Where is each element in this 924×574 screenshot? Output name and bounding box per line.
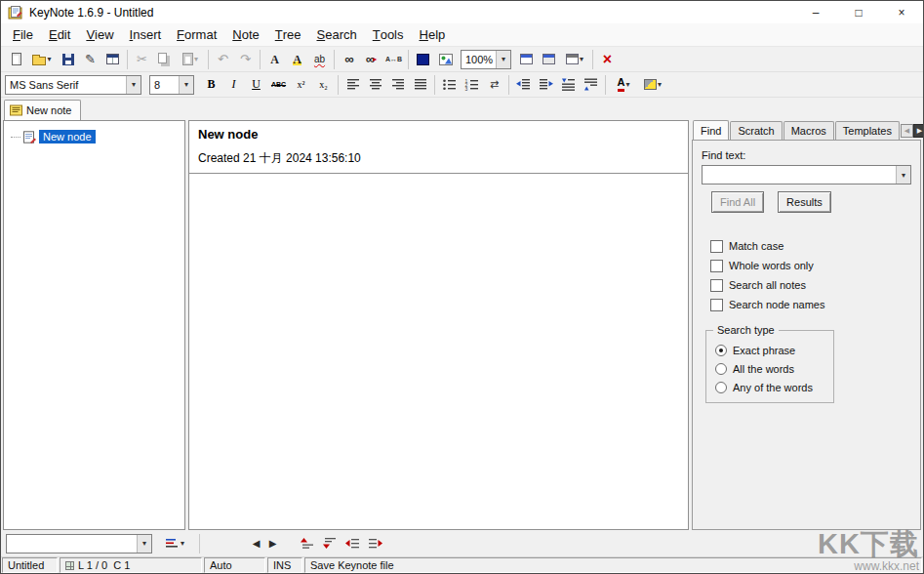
titlebar[interactable]: KeyNote 1.6.9 - Untitled – □ × [1,1,923,23]
underline-button[interactable]: U [245,74,267,96]
find-text-combobox[interactable]: ▾ [702,165,911,184]
results-button[interactable]: Results [778,191,831,213]
minimize-button[interactable]: – [794,1,837,23]
radio-all-the-words[interactable]: All the words [715,359,827,378]
search-type-legend: Search type [713,324,779,336]
text-direction-button[interactable]: ⇄ [483,74,505,96]
menu-note[interactable]: Note [224,23,266,46]
find-all-button[interactable]: Find All [711,191,764,213]
tabs-scroll-right-button[interactable]: ▶ [913,124,924,138]
note-tab-label: New note [26,104,71,116]
zoom-dropdown-button[interactable]: ▾ [496,51,510,68]
checkbox-search-all-notes[interactable]: Search all notes [710,275,911,295]
style-combobox[interactable]: ▾ [6,534,152,554]
checkbox-whole-words-only[interactable]: Whole words only [710,256,911,275]
radio-any-of-the-words[interactable]: Any of the words [715,378,827,396]
copy-button[interactable] [153,49,176,70]
close-button[interactable]: × [880,1,923,23]
pencil-icon: ✎ [85,53,96,65]
find-button[interactable]: ∞ [338,49,360,70]
menu-tree[interactable]: Tree [267,23,309,46]
tab-scratch[interactable]: Scratch [730,121,782,140]
open-button[interactable]: ▾ [27,49,57,70]
bold-button[interactable]: B [200,74,222,96]
text-highlight-button[interactable]: A [286,49,308,70]
indent-button[interactable] [535,74,557,96]
find-next-button[interactable]: ∞▸ [360,49,382,70]
numbering-button[interactable]: 123 [461,74,483,96]
tabs-scroll-left-button[interactable]: ◀ [901,124,913,138]
tab-find[interactable]: Find [693,120,729,140]
cut-button[interactable]: ✂ [131,49,153,70]
tab-new-note[interactable]: New note [4,100,81,120]
italic-button[interactable]: I [222,74,245,96]
subscript-button[interactable]: x₂ [312,74,335,96]
move-node-down-button[interactable] [319,533,341,554]
strikethrough-button[interactable]: ABC [267,74,290,96]
replace-button[interactable]: A↔B [382,49,405,70]
move-node-left-button[interactable] [341,533,364,554]
menu-file[interactable]: File [5,23,41,46]
spellcheck-button[interactable]: ab [308,49,331,70]
move-node-right-icon [368,537,382,550]
file-properties-button[interactable] [101,49,124,70]
zoom-combobox[interactable]: 100% ▾ [461,50,511,69]
file-manager-button[interactable]: ✎ [79,49,101,70]
menu-search[interactable]: Search [309,23,365,46]
style-dropdown-button[interactable]: ▾ [137,535,151,553]
redo-button[interactable]: ↷ [234,49,257,70]
align-right-button[interactable] [386,74,409,96]
tree-node-new-node[interactable]: New node [4,121,184,144]
image-button[interactable] [434,49,457,70]
align-left-button[interactable] [341,74,364,96]
apply-style-button[interactable]: ▾ [160,533,189,554]
background-color-button[interactable] [412,49,434,70]
align-center-button[interactable] [364,74,386,96]
font-dropdown-button[interactable]: ▾ [126,76,141,94]
paste-button[interactable]: ▾ [176,49,205,70]
menu-edit[interactable]: Edit [41,23,78,46]
outdent-button[interactable] [512,74,535,96]
font-combobox[interactable]: MS Sans Serif ▾ [5,75,141,95]
menu-insert[interactable]: Insert [122,23,170,46]
history-back-button[interactable]: ◀ [248,534,264,554]
first-line-indent-button[interactable] [557,74,580,96]
justify-button[interactable] [409,74,431,96]
status-caret-position: L 1 / 0 C 1 [60,557,202,573]
show-resource-panel-button[interactable] [515,49,538,70]
resource-panel: Find Scratch Macros Templates ◀ ▶ Find t… [692,120,921,530]
delete-button[interactable]: × [596,49,619,70]
tree-view[interactable]: New node [3,120,185,530]
note-properties-button[interactable] [538,49,560,70]
find-text-dropdown-button[interactable]: ▾ [896,166,910,184]
new-note-button[interactable] [5,49,27,70]
undo-button[interactable]: ↶ [212,49,234,70]
tab-macros[interactable]: Macros [783,121,834,140]
save-button[interactable] [57,49,79,70]
status-insert-mode: INS [267,557,302,573]
font-dialog-button[interactable]: A [263,49,286,70]
menu-tools[interactable]: Tools [365,23,412,46]
checkbox-match-case[interactable]: Match case [710,236,911,256]
move-node-right-button[interactable] [364,533,386,554]
subscript-icon: x₂ [319,79,328,90]
bullets-button[interactable] [438,74,461,96]
menu-view[interactable]: View [78,23,121,46]
highlight-color-button[interactable]: ▾ [638,74,667,96]
hanging-indent-button[interactable] [580,74,602,96]
tab-templates[interactable]: Templates [835,121,900,140]
editor-text-area[interactable] [189,173,688,529]
checkbox-box [710,260,723,272]
move-node-up-button[interactable] [297,533,319,554]
maximize-button[interactable]: □ [837,1,880,23]
menu-format[interactable]: Format [169,23,224,46]
checkbox-search-node-names[interactable]: Search node names [710,295,911,314]
radio-exact-phrase[interactable]: Exact phrase [715,341,827,359]
history-forward-button[interactable]: ▶ [264,534,281,554]
font-color-button[interactable]: A▾ [609,74,638,96]
font-size-combobox[interactable]: 8 ▾ [149,75,194,95]
menu-help[interactable]: Help [412,23,454,46]
clipboard-capture-button[interactable]: ▾ [560,49,589,70]
font-size-dropdown-button[interactable]: ▾ [179,76,193,94]
superscript-button[interactable]: x² [290,74,312,96]
